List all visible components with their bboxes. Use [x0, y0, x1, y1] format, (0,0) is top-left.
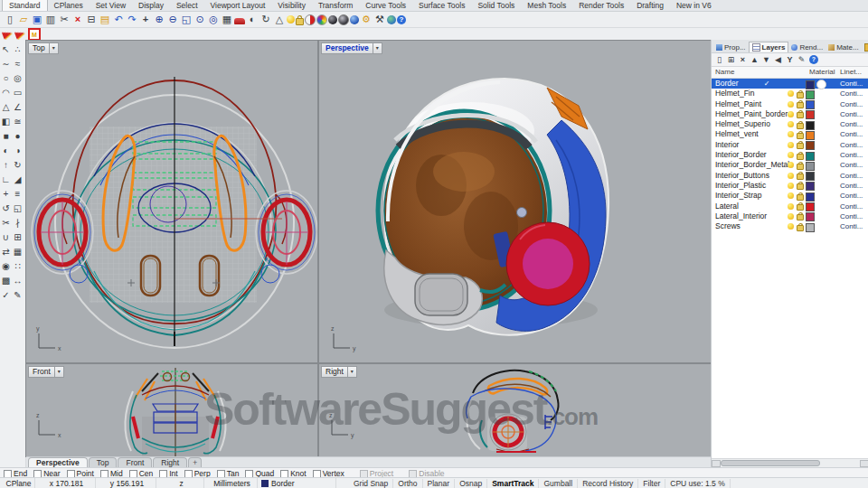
scroll-left-button[interactable] [712, 460, 721, 467]
layer-row[interactable]: Lateral Conti... [712, 202, 868, 211]
status-toggle[interactable]: Ortho [393, 479, 422, 488]
point-tool-icon[interactable]: ∴ [12, 42, 24, 56]
annotate-tool-icon[interactable]: ✎ [12, 287, 24, 302]
menu-tab[interactable]: Visibility [271, 0, 312, 11]
popup-toolbar-icon-2[interactable] [14, 30, 25, 40]
four-viewports-icon[interactable]: ▦ [221, 13, 233, 26]
layer-material-dot[interactable] [816, 182, 825, 190]
panel-tab[interactable]: Mate... [826, 42, 861, 52]
layer-visibility-bulb-icon[interactable] [788, 131, 794, 137]
status-toggle[interactable]: Filter [638, 479, 665, 488]
menu-tab[interactable]: Display [132, 0, 170, 11]
layer-visibility-bulb-icon[interactable] [788, 203, 794, 210]
viewport-top[interactable]: y x Top ▾ [26, 41, 317, 362]
menu-tab[interactable]: Solid Tools [471, 0, 521, 11]
layer-lock-icon[interactable] [797, 225, 804, 231]
layer-color-swatch[interactable] [806, 110, 815, 119]
earth-icon[interactable] [387, 15, 396, 24]
dimension-tool-icon[interactable]: ↔ [12, 273, 24, 287]
menu-tab[interactable]: Mesh Tools [521, 0, 572, 11]
layer-row[interactable]: Helmet_Superio Conti... [712, 119, 868, 129]
open-file-icon[interactable]: ▱ [17, 13, 30, 26]
layer-lock-icon[interactable] [797, 194, 804, 201]
cut-icon[interactable]: ✂ [58, 13, 71, 26]
new-layer-icon[interactable]: ▯ [715, 54, 723, 65]
layer-row[interactable]: Helmet_Paint_border Conti... [712, 109, 868, 119]
scrollbar-thumb[interactable] [721, 460, 820, 466]
layer-visibility-bulb-icon[interactable] [788, 192, 794, 199]
set-view-icon[interactable]: △ [273, 13, 286, 26]
layer-lock-icon[interactable] [797, 143, 804, 149]
trim-tool-icon[interactable]: ✂ [0, 215, 12, 230]
grid-tool-icon[interactable]: ▩ [0, 273, 12, 287]
layer-color-swatch[interactable] [806, 141, 815, 150]
render-icon[interactable] [234, 18, 245, 24]
menu-tab[interactable]: Transform [312, 0, 359, 11]
viewport-title-front[interactable]: Front ▾ [28, 366, 64, 378]
layer-lock-icon[interactable] [797, 133, 804, 139]
layer-lock-icon[interactable] [797, 204, 804, 211]
layer-visibility-bulb-icon[interactable] [788, 90, 794, 97]
copy-tool-icon[interactable]: ≡ [12, 186, 24, 201]
layer-row[interactable]: Screws Conti... [712, 221, 868, 231]
surface-tool-icon[interactable]: ◧ [0, 114, 12, 128]
status-toggle[interactable]: Planar [423, 479, 456, 488]
layer-list-scrollbar[interactable] [712, 458, 868, 467]
layer-lock-icon[interactable] [797, 214, 804, 221]
layer-color-swatch[interactable] [806, 80, 815, 89]
shaded-viewport-icon[interactable]: ◐ [246, 13, 259, 26]
menu-tab[interactable]: CPlanes [48, 0, 90, 11]
panel-help-icon[interactable]: ? [809, 55, 818, 64]
zoom-selected-icon[interactable]: ⊙ [193, 13, 206, 26]
scroll-right-button[interactable] [860, 460, 868, 467]
status-field[interactable]: Millimeters [204, 478, 258, 488]
fillet-tool-icon[interactable]: ∟ [0, 172, 12, 186]
polyline-tool-icon[interactable]: ∠ [12, 99, 24, 114]
layer-visibility-bulb-icon[interactable] [788, 142, 794, 148]
pan-view-icon[interactable]: + [139, 13, 152, 26]
layer-visibility-bulb-icon[interactable] [788, 101, 794, 108]
array-tool-icon[interactable]: ▦ [12, 244, 24, 258]
macro-editor-icon[interactable]: M [28, 28, 41, 41]
layer-color-swatch[interactable] [806, 172, 815, 181]
status-field[interactable]: z [156, 478, 204, 488]
menu-tab[interactable]: Standard [2, 0, 48, 11]
viewport-right[interactable]: z y Right ▾ [319, 364, 711, 456]
status-toggle[interactable]: Gumball [539, 479, 578, 488]
layer-lock-icon[interactable] [797, 123, 804, 129]
layer-row[interactable]: Interior_Border Conti... [712, 150, 868, 160]
layer-color-swatch[interactable] [806, 121, 815, 130]
undo-icon[interactable]: ↶ [112, 13, 125, 26]
layer-visibility-bulb-icon[interactable] [788, 162, 794, 168]
copy-icon[interactable]: ⊟ [85, 13, 98, 26]
layer-row[interactable]: Interior_Border_Metal Conti... [712, 160, 868, 170]
join-tool-icon[interactable]: ∪ [0, 230, 12, 244]
boolean-union-tool-icon[interactable]: ◐ [0, 143, 12, 157]
menu-tab[interactable]: Select [170, 0, 204, 11]
layer-visibility-bulb-icon[interactable] [788, 173, 794, 179]
status-toggle[interactable]: SmartTrack [487, 479, 539, 488]
layer-tools-icon[interactable]: ✎ [797, 54, 806, 65]
panel-tab[interactable]: Rend... [788, 42, 826, 52]
render-settings-icon[interactable] [338, 14, 349, 25]
rotate-view-icon[interactable]: ↻ [259, 13, 272, 26]
layer-row[interactable]: Lateral_Interior Conti... [712, 211, 868, 221]
status-toggle[interactable]: Record History [578, 479, 638, 488]
layer-row[interactable]: Helmet_Fin Conti... [712, 89, 868, 99]
revolve-tool-icon[interactable]: ↻ [12, 157, 24, 172]
layer-color-swatch[interactable] [806, 152, 815, 161]
split-tool-icon[interactable]: ∤ [12, 215, 24, 230]
popup-toolbar-icon-1[interactable] [2, 30, 13, 40]
viewport-front[interactable]: z x Front ▾ [26, 364, 317, 456]
layer-visibility-bulb-icon[interactable] [788, 152, 794, 158]
point-cloud-tool-icon[interactable]: ∷ [12, 258, 24, 273]
loft-tool-icon[interactable]: ≅ [12, 114, 24, 128]
layer-color-swatch[interactable] [806, 182, 815, 191]
hide-objects-icon[interactable] [287, 15, 295, 23]
layer-color-swatch[interactable] [806, 100, 815, 109]
layer-row[interactable]: Interior_Strap Conti... [712, 191, 868, 201]
new-sublayer-icon[interactable]: ⊞ [727, 54, 735, 65]
layer-color-swatch[interactable] [806, 223, 815, 232]
layer-lock-icon[interactable] [797, 102, 804, 108]
layer-color-swatch[interactable] [806, 202, 815, 211]
